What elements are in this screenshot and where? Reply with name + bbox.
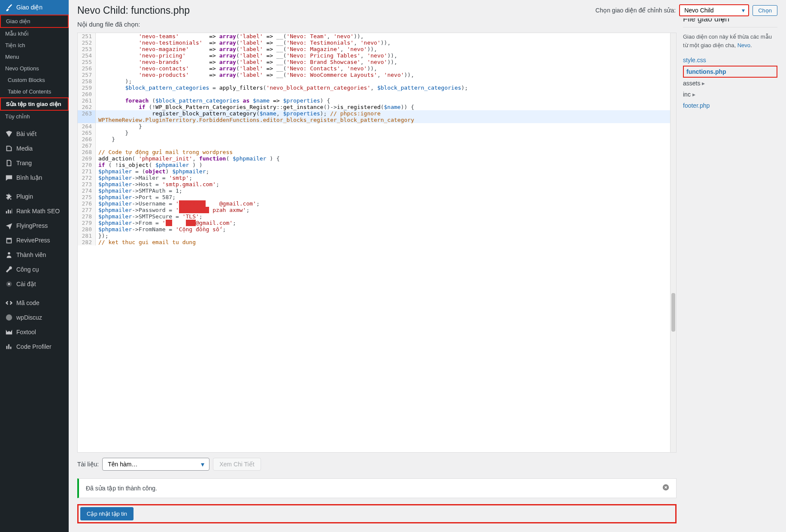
code-line[interactable]: 282// ket thuc gui email tu dung xyxy=(78,239,676,245)
files-description: Giao diện con này kế thừa các mẫu từ một… xyxy=(683,27,777,54)
fox-icon xyxy=(5,328,13,336)
submenu-themes[interactable]: Giao diện xyxy=(0,15,69,28)
code-line[interactable]: 277$phpmailer->Password = 'xxxx xxxx pza… xyxy=(78,207,676,213)
code-line[interactable]: 281}); xyxy=(78,233,676,239)
parent-theme-link[interactable]: Nevo xyxy=(737,42,750,48)
choose-theme-button[interactable]: Chọn xyxy=(753,5,777,16)
pin-icon xyxy=(5,130,13,138)
wrench-icon xyxy=(5,266,13,273)
code-line[interactable]: 279$phpmailer->From = 'xx xxx@gmail.com'… xyxy=(78,220,676,226)
menu-code[interactable]: Mã code xyxy=(0,296,69,310)
submenu-menus[interactable]: Menu xyxy=(0,51,69,63)
code-line[interactable]: 257 'nevo-products' => array('label' => … xyxy=(78,72,676,78)
code-line[interactable]: 264 } xyxy=(78,123,676,130)
folder-assets[interactable]: assets xyxy=(683,78,777,89)
update-file-button[interactable]: Cập nhật tập tin xyxy=(80,507,134,520)
update-button-highlight: Cập nhật tập tin xyxy=(77,504,677,523)
code-line[interactable]: 275$phpmailer->Port = 587; xyxy=(78,194,676,200)
code-line[interactable]: 267 xyxy=(78,142,676,149)
code-line[interactable]: 271$phpmailer = (object) $phpmailer; xyxy=(78,168,676,175)
menu-foxtool[interactable]: Foxtool xyxy=(0,325,69,339)
submenu-toc[interactable]: Table of Contents xyxy=(0,86,69,97)
file-functions-php[interactable]: functions.php xyxy=(683,66,777,78)
code-line[interactable]: 254 'nevo-pricing' => array('label' => _… xyxy=(78,52,676,59)
gear-icon xyxy=(5,280,13,288)
code-line[interactable]: 262 if (!WP_Block_Pattern_Categories_Reg… xyxy=(78,104,676,110)
documentation-row: Tài liệu: Tên hàm… Xem Chi Tiết xyxy=(77,458,677,471)
submenu-theme-editor[interactable]: Sửa tệp tin giao diện xyxy=(0,97,69,111)
menu-media[interactable]: Media xyxy=(0,141,69,156)
code-editor[interactable]: 251 'nevo-teams' => array('label' => __(… xyxy=(77,33,677,453)
menu-appearance[interactable]: Giao diện xyxy=(0,0,69,15)
theme-selector-label: Chọn giao diện để chỉnh sửa: xyxy=(595,7,676,14)
menu-codeprofiler[interactable]: Code Profiler xyxy=(0,339,69,354)
submenu-nevo-options[interactable]: Nevo Options xyxy=(0,63,69,74)
file-style-css[interactable]: style.css xyxy=(683,54,777,66)
submenu-customize[interactable]: Tùy chỉnh xyxy=(0,111,69,122)
doc-label: Tài liệu: xyxy=(77,461,99,468)
plugin-icon xyxy=(5,193,13,200)
scroll-thumb[interactable] xyxy=(671,293,675,332)
flying-icon xyxy=(5,222,13,230)
success-notice: Đã sửa tập tin thành công. xyxy=(77,478,677,498)
code-line[interactable]: 270if ( !is_object( $phpmailer ) ) xyxy=(78,162,676,168)
code-line[interactable]: 259 $block_pattern_categories = apply_fi… xyxy=(78,85,676,91)
menu-flyingpress[interactable]: FlyingPress xyxy=(0,218,69,233)
page-header: Nevo Child: functions.php Chọn giao diện… xyxy=(77,4,777,16)
discuz-icon xyxy=(5,314,13,321)
menu-comments[interactable]: Bình luận xyxy=(0,170,69,185)
notice-text: Đã sửa tập tin thành công. xyxy=(86,485,157,492)
code-line[interactable]: 278$phpmailer->SMTPSecure = 'TLS'; xyxy=(78,213,676,220)
code-line[interactable]: 273$phpmailer->Host = 'smtp.gmail.com'; xyxy=(78,181,676,187)
code-line[interactable]: 256 'nevo-contacts' => array('label' => … xyxy=(78,65,676,72)
menu-rankmath[interactable]: Rank Math SEO xyxy=(0,204,69,218)
code-line[interactable]: 268// Code tự động gửi mail trong wordpr… xyxy=(78,149,676,155)
submenu-patterns[interactable]: Mẫu khối xyxy=(0,28,69,39)
code-line[interactable]: 276$phpmailer->Username = 'xxxxxxxx @gma… xyxy=(78,200,676,207)
code-line[interactable]: 280$phpmailer->FromName = 'Cộng đồng số'… xyxy=(78,226,676,233)
scrollbar[interactable] xyxy=(670,33,676,452)
submenu-custom-blocks[interactable]: Custom Blocks xyxy=(0,74,69,86)
menu-revivepress[interactable]: RevivePress xyxy=(0,233,69,248)
svg-point-2 xyxy=(6,314,12,320)
menu-settings[interactable]: Cài đặt xyxy=(0,277,69,291)
code-line[interactable]: 272$phpmailer->Mailer = 'smtp'; xyxy=(78,175,676,181)
menu-posts[interactable]: Bài viết xyxy=(0,127,69,141)
code-line[interactable]: 263 register_block_pattern_category($nam… xyxy=(78,110,676,117)
calendar-icon xyxy=(5,236,13,244)
code-line[interactable]: 266 } xyxy=(78,136,676,142)
comment-icon xyxy=(5,174,13,181)
code-line[interactable]: 255 'nevo-brands' => array('label' => __… xyxy=(78,59,676,65)
brush-icon xyxy=(5,3,13,11)
code-line[interactable]: 265 } xyxy=(78,130,676,136)
code-line[interactable]: 269add_action( 'phpmailer_init', functio… xyxy=(78,155,676,162)
menu-wpdiscuz[interactable]: wpDiscuz xyxy=(0,310,69,325)
code-line[interactable]: 261 foreach ($block_pattern_categories a… xyxy=(78,97,676,104)
close-icon xyxy=(662,484,669,491)
code-line[interactable]: 274$phpmailer->SMTPAuth = 1; xyxy=(78,187,676,194)
svg-point-0 xyxy=(8,252,10,254)
menu-plugins[interactable]: Plugin xyxy=(0,189,69,204)
code-line[interactable]: WPThemeReview.PluginTerritory.ForbiddenF… xyxy=(78,117,676,123)
menu-pages[interactable]: Trang xyxy=(0,156,69,170)
bars-icon xyxy=(5,343,13,351)
function-select[interactable]: Tên hàm… xyxy=(102,458,209,471)
dismiss-notice-button[interactable] xyxy=(662,484,669,493)
menu-users[interactable]: Thành viên xyxy=(0,248,69,262)
submenu-widgets[interactable]: Tiện ích xyxy=(0,39,69,51)
file-footer-php[interactable]: footer.php xyxy=(683,100,777,111)
main-content: Nevo Child: functions.php Chọn giao diện… xyxy=(69,0,786,532)
svg-point-1 xyxy=(8,283,10,285)
code-line[interactable]: 260 xyxy=(78,91,676,97)
theme-select[interactable]: Nevo Child xyxy=(679,4,749,16)
folder-inc[interactable]: inc xyxy=(683,89,777,100)
menu-tools[interactable]: Công cụ xyxy=(0,262,69,277)
view-detail-button[interactable]: Xem Chi Tiết xyxy=(213,458,261,471)
code-icon xyxy=(5,299,13,307)
code-line[interactable]: 251 'nevo-teams' => array('label' => __(… xyxy=(78,33,676,39)
media-icon xyxy=(5,145,13,152)
code-line[interactable]: 253 'nevo-magazine' => array('label' => … xyxy=(78,46,676,52)
code-line[interactable]: 258 ); xyxy=(78,78,676,85)
files-title: File giao diện xyxy=(683,18,777,27)
code-line[interactable]: 252 'nevo-testimonials' => array('label'… xyxy=(78,39,676,46)
